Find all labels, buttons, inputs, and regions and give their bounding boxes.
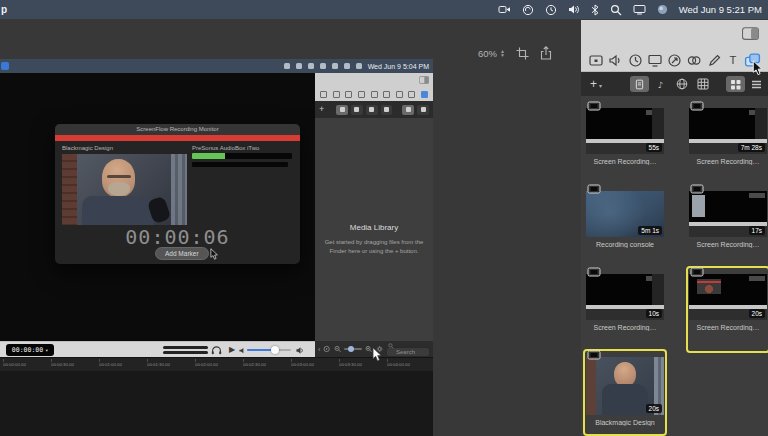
media-item[interactable]: 55s Screen Recording… [585, 102, 665, 185]
inner-tab-icon[interactable] [358, 91, 365, 98]
inner-menu-bar: Wed Jun 9 5:04 PM [0, 59, 433, 73]
properties-header: T [581, 20, 768, 72]
media-filter-button[interactable] [630, 76, 649, 92]
tab-video-motion[interactable] [628, 53, 643, 68]
recording-monitor-window[interactable]: ScreenFlow Recording Monitor Blackmagic … [55, 124, 300, 264]
media-item[interactable]: 10s Screen Recording… [585, 268, 665, 351]
ruler-tick: 00:03:30.00 [339, 359, 371, 368]
inner-app-icon [1, 62, 9, 70]
search-input[interactable] [386, 347, 430, 357]
tab-audio-properties[interactable] [608, 53, 623, 68]
slider-knob[interactable] [348, 346, 354, 352]
media-item[interactable]: 7m 28s Screen Recording… [688, 102, 768, 185]
media-item[interactable]: 20s Screen Recording… [688, 268, 768, 351]
target-icon[interactable] [323, 345, 330, 353]
properties-tabs: T [581, 50, 768, 70]
inner-tab-icon[interactable] [320, 91, 327, 98]
media-label: Recording console [585, 241, 665, 248]
search-icon[interactable] [610, 4, 622, 16]
frames-filter-button[interactable] [693, 76, 712, 92]
screen-recording-type-icon [587, 101, 601, 112]
ruler-tick: 00:02:30.00 [243, 359, 275, 368]
inner-timeline-toolbar: 00:00:00▾ ▶ [0, 341, 315, 357]
monitor-window-title: ScreenFlow Recording Monitor [55, 124, 300, 135]
timeline-ruler[interactable]: 00:00:00.0000:00:30.0000:01:00.0000:01:3… [0, 357, 433, 371]
media-thumbnail: 17s [689, 191, 767, 237]
monitor-title-bar[interactable]: ScreenFlow Recording Monitor [55, 124, 300, 135]
media-label: Screen Recording… [688, 324, 768, 331]
inner-tab-icon[interactable] [333, 91, 340, 98]
timecode-display[interactable]: 00:00:00▾ [6, 344, 54, 356]
volume-icon[interactable] [568, 4, 580, 15]
tab-text[interactable]: T [726, 53, 740, 68]
inner-add-media-button[interactable]: + [319, 105, 324, 114]
media-label: Screen Recording… [688, 158, 768, 165]
media-thumbnail: 7m 28s [689, 108, 767, 154]
video-camera-icon[interactable] [498, 4, 511, 15]
inner-tab-icon[interactable] [345, 91, 352, 98]
menu-bar: p Wed Jun 9 5:21 PM [0, 0, 768, 19]
zoom-level-value: 60% [478, 48, 497, 59]
inner-grid-view-button[interactable] [402, 105, 414, 115]
media-item[interactable]: 17s Screen Recording… [688, 185, 768, 268]
inner-tab-icon[interactable] [371, 91, 378, 98]
inner-media-filter-button[interactable] [336, 105, 348, 115]
menu-bar-clock[interactable]: Wed Jun 9 5:21 PM [679, 4, 762, 15]
cursor [752, 60, 764, 77]
inner-media-library-tab-icon[interactable] [421, 91, 428, 98]
media-label: Screen Recording… [585, 324, 665, 331]
media-item[interactable]: 20s Blackmagic Design [585, 351, 665, 434]
inner-search-field[interactable] [386, 340, 430, 358]
tab-callout[interactable] [667, 53, 682, 68]
sidebar-toggle-icon[interactable] [742, 27, 759, 40]
inner-menu-icon [332, 63, 338, 69]
grid-view-button[interactable] [726, 76, 745, 92]
audio-filter-button[interactable]: ♪ [651, 76, 670, 92]
inner-stock-filter-button[interactable] [366, 105, 378, 115]
zoom-stepper-icon[interactable]: ▲▼ [500, 49, 505, 57]
screen-mirroring-icon[interactable] [633, 4, 646, 15]
media-library-description: Get started by dragging files from the F… [322, 238, 426, 255]
inner-audio-filter-button[interactable] [351, 105, 363, 115]
assistant-icon[interactable] [657, 4, 668, 15]
inner-tab-icon[interactable] [408, 91, 415, 98]
duration-badge: 55s [646, 143, 662, 152]
inner-list-view-button[interactable] [417, 105, 429, 115]
play-icon[interactable]: ▶ [229, 345, 235, 354]
svg-text:T: T [729, 54, 736, 66]
crop-icon[interactable] [516, 47, 529, 60]
add-media-button[interactable]: +▾ [590, 77, 602, 91]
headphones-icon[interactable] [211, 345, 222, 355]
tab-video-properties[interactable] [588, 53, 604, 68]
inner-tab-icon[interactable] [396, 91, 403, 98]
media-label: Screen Recording… [688, 241, 768, 248]
volume-slider-knob[interactable] [271, 346, 279, 354]
tab-screen-recording[interactable] [647, 53, 663, 68]
list-view-button[interactable] [747, 76, 766, 92]
tab-annotations[interactable] [707, 53, 722, 68]
add-marker-button[interactable]: Add Marker [155, 247, 209, 260]
inner-menu-bar-clock: Wed Jun 9 5:04 PM [368, 63, 429, 70]
inner-tab-icon[interactable] [383, 91, 390, 98]
stock-filter-button[interactable] [672, 76, 691, 92]
time-machine-icon[interactable] [545, 4, 557, 16]
volume-slider[interactable] [247, 349, 291, 351]
share-icon[interactable] [540, 46, 552, 60]
tab-touch-callout[interactable] [686, 53, 702, 68]
zoom-out-icon[interactable] [334, 345, 341, 353]
bluetooth-icon[interactable] [591, 4, 599, 16]
media-item[interactable]: 5m 1s Recording console [585, 185, 665, 268]
media-label: Blackmagic Design [585, 419, 665, 426]
inner-sidebar-toggle-icon[interactable] [419, 76, 429, 84]
timeline-tracks[interactable]: 07:17 07:45 [0, 371, 433, 436]
screen-recording-type-icon [690, 184, 704, 195]
inner-frames-filter-button[interactable] [381, 105, 393, 115]
video-frame[interactable]: Wed Jun 9 5:04 PM ScreenFlow Recording M… [0, 59, 433, 436]
editor-canvas[interactable]: 60% ▲▼ Wed Jun 9 5:04 PM [0, 19, 583, 436]
thumbnail-zoom-slider[interactable] [344, 348, 362, 350]
back-chevron-icon[interactable]: ‹ [318, 346, 320, 353]
canvas-zoom-control[interactable]: 60% ▲▼ [478, 48, 505, 59]
app-menu-clipped[interactable]: p [0, 4, 7, 15]
desktop: p Wed Jun 9 5:21 PM 60% ▲▼ [0, 0, 768, 436]
creative-cloud-icon[interactable] [522, 4, 534, 16]
